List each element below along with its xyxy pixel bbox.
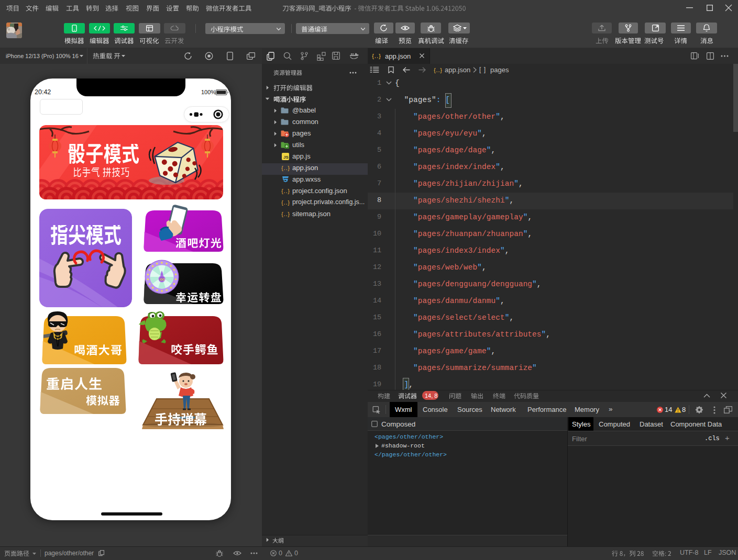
svg-text:{..}: {..}: [434, 68, 442, 74]
svg-text:{..}: {..}: [281, 211, 290, 218]
svg-text:JS: JS: [283, 155, 289, 160]
svg-text:{..}: {..}: [372, 53, 381, 60]
svg-text:{..}: {..}: [281, 188, 290, 195]
svg-text:{..}: {..}: [281, 165, 290, 172]
svg-text:GO: GO: [160, 278, 165, 281]
svg-text:{..}: {..}: [281, 200, 290, 206]
